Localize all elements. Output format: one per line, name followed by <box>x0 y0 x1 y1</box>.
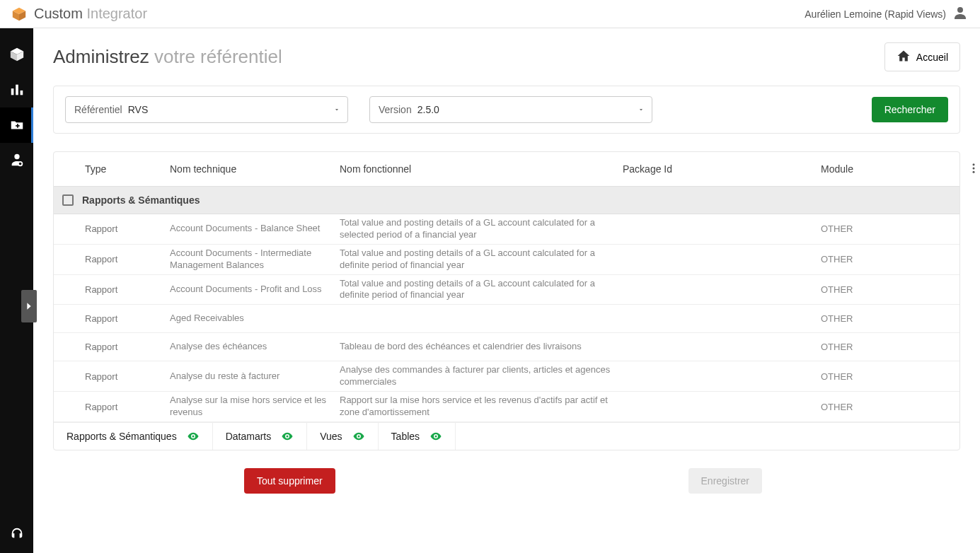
svg-rect-8 <box>16 85 18 95</box>
cell-type: Rapport <box>82 371 167 382</box>
col-type[interactable]: Type <box>82 163 167 175</box>
page-title-light: votre référentiel <box>154 46 282 67</box>
filter-bar: Référentiel RVS Version 2.5.0 Rechercher <box>53 86 960 134</box>
svg-rect-11 <box>17 124 18 128</box>
page-head: Administrez votre référentiel Accueil <box>53 42 960 71</box>
table-row[interactable]: RapportAccount Documents - Intermediate … <box>54 245 959 275</box>
eye-icon[interactable] <box>430 430 442 443</box>
category-tab[interactable]: Rapports & Sémantiques <box>54 423 213 450</box>
page-title-bold: Administrez <box>53 46 149 67</box>
cell-fn: Total value and posting details of a GL … <box>337 278 620 302</box>
page-title: Administrez votre référentiel <box>53 46 282 68</box>
cell-module: OTHER <box>818 371 959 382</box>
category-tab[interactable]: Vues <box>307 423 378 450</box>
col-pkg[interactable]: Package Id <box>620 163 818 175</box>
cell-tech: Analyse des échéances <box>167 341 337 353</box>
table-header: Type Nom technique Nom fonctionnel Packa… <box>54 152 959 186</box>
topbar-right: Aurélien Lemoine (Rapid Views) <box>805 4 969 23</box>
cell-tech: Account Documents - Intermediate Managem… <box>167 248 337 272</box>
cell-tech: Aged Receivables <box>167 313 337 325</box>
group-checkbox[interactable] <box>62 194 74 206</box>
cell-module: OTHER <box>818 313 959 324</box>
cell-type: Rapport <box>82 342 167 352</box>
home-icon <box>897 49 911 65</box>
category-tab[interactable]: Tables <box>379 423 456 450</box>
sidebar-item-chart[interactable] <box>0 72 33 107</box>
save-button: Enregistrer <box>688 468 762 494</box>
table-row[interactable]: RapportAged ReceivablesOTHER <box>54 305 959 333</box>
svg-rect-9 <box>20 91 23 95</box>
category-label: Rapports & Sémantiques <box>67 431 177 442</box>
cell-tech: Account Documents - Profit and Loss <box>167 284 337 296</box>
cell-fn: Tableau de bord des échéances et calendr… <box>337 341 620 353</box>
topbar: Custom Integrator Aurélien Lemoine (Rapi… <box>0 0 980 28</box>
eye-icon[interactable] <box>187 430 200 443</box>
cell-tech: Analyse sur la mise hors service et les … <box>167 395 337 419</box>
cell-module: OTHER <box>818 254 959 264</box>
table-row[interactable]: RapportAccount Documents - Balance Sheet… <box>54 214 959 245</box>
user-icon[interactable] <box>952 4 969 23</box>
col-module[interactable]: Module <box>818 163 959 175</box>
sidebar-support[interactable] <box>0 527 33 542</box>
svg-point-15 <box>973 167 975 169</box>
version-select[interactable]: Version 2.5.0 <box>369 96 652 123</box>
col-tech[interactable]: Nom technique <box>167 163 337 175</box>
eye-icon[interactable] <box>352 430 365 443</box>
cell-module: OTHER <box>818 402 959 412</box>
brand-bold: Custom <box>34 6 83 21</box>
category-tabs: Rapports & SémantiquesDatamartsVuesTable… <box>54 422 959 450</box>
table-row[interactable]: RapportAccount Documents - Profit and Lo… <box>54 275 959 305</box>
sidebar-item-settings[interactable] <box>0 143 33 178</box>
referentiel-select[interactable]: Référentiel RVS <box>65 96 348 123</box>
brand-light: Integrator <box>86 6 147 21</box>
brand-name: Custom Integrator <box>34 6 147 22</box>
svg-point-14 <box>973 163 975 165</box>
category-label: Vues <box>320 431 342 442</box>
table-menu-button[interactable] <box>959 162 980 177</box>
cell-tech: Account Documents - Balance Sheet <box>167 223 337 235</box>
chevron-down-icon <box>333 103 340 116</box>
svg-point-3 <box>957 7 963 13</box>
cell-module: OTHER <box>818 284 959 295</box>
table-row[interactable]: RapportAnalyse sur la mise hors service … <box>54 392 959 422</box>
referentiel-value: RVS <box>128 104 149 115</box>
delete-all-button[interactable]: Tout supprimer <box>244 468 335 494</box>
sidebar-item-cube[interactable] <box>0 37 33 72</box>
search-button[interactable]: Rechercher <box>872 97 948 122</box>
chevron-down-icon <box>638 103 645 116</box>
svg-rect-7 <box>11 88 13 95</box>
category-label: Tables <box>391 431 420 442</box>
referentiel-label: Référentiel <box>74 104 122 115</box>
cell-fn: Analyse des commandes à facturer par cli… <box>337 364 620 388</box>
sidebar-item-folder[interactable] <box>0 107 33 143</box>
user-display: Aurélien Lemoine (Rapid Views) <box>805 8 946 20</box>
cell-type: Rapport <box>82 402 167 412</box>
cell-type: Rapport <box>82 254 167 264</box>
sidebar <box>0 28 33 553</box>
version-label: Version <box>379 104 412 115</box>
action-row: Tout supprimer Enregistrer <box>53 468 960 494</box>
cell-type: Rapport <box>82 313 167 324</box>
group-title: Rapports & Sémantiques <box>82 194 200 206</box>
col-fn[interactable]: Nom fonctionnel <box>337 163 620 175</box>
cell-fn: Total value and posting details of a GL … <box>337 248 620 272</box>
home-button[interactable]: Accueil <box>884 42 960 71</box>
category-label: Datamarts <box>226 431 272 442</box>
cell-module: OTHER <box>818 342 959 352</box>
topbar-left: Custom Integrator <box>11 6 147 22</box>
cell-tech: Analyse du reste à facturer <box>167 371 337 383</box>
table-row[interactable]: RapportAnalyse du reste à facturerAnalys… <box>54 361 959 392</box>
version-value: 2.5.0 <box>417 104 439 115</box>
cell-type: Rapport <box>82 284 167 295</box>
svg-point-13 <box>18 163 21 165</box>
category-tab[interactable]: Datamarts <box>213 423 308 450</box>
sidebar-expand-button[interactable] <box>21 290 37 322</box>
cell-type: Rapport <box>82 223 167 234</box>
main-content: Administrez votre référentiel Accueil Ré… <box>33 28 980 553</box>
table-row[interactable]: RapportAnalyse des échéancesTableau de b… <box>54 333 959 361</box>
cell-fn: Total value and posting details of a GL … <box>337 217 620 241</box>
table-card: Type Nom technique Nom fonctionnel Packa… <box>53 151 960 450</box>
group-row: Rapports & Sémantiques <box>54 186 959 214</box>
eye-icon[interactable] <box>281 430 294 443</box>
svg-point-16 <box>973 170 975 173</box>
